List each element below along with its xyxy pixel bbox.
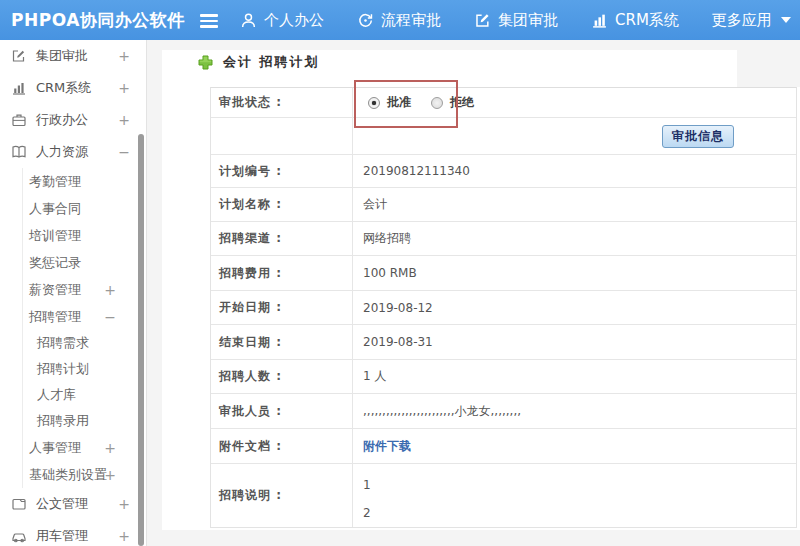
sidebar-item-hr[interactable]: 人力资源 − xyxy=(0,136,146,168)
expand-toggle[interactable]: + xyxy=(104,467,116,483)
field-label: 开始日期 : xyxy=(211,291,353,324)
sidebar-scrollbar[interactable] xyxy=(138,134,144,546)
sidebar-item-recruit-plan[interactable]: 招聘计划 xyxy=(22,356,146,382)
expand-toggle[interactable]: + xyxy=(118,496,130,512)
status-row: 审批状态 : 批准 拒绝 xyxy=(211,88,796,118)
car-icon xyxy=(11,528,27,544)
approval-status-radio-group: 批准 拒绝 xyxy=(368,94,474,111)
collapse-toggle[interactable]: − xyxy=(118,144,130,160)
sidebar-item-talent-pool[interactable]: 人才库 xyxy=(22,382,146,408)
field-value: 2019-08-31 xyxy=(353,325,796,359)
sidebar-item-recruit-hire[interactable]: 招聘录用 xyxy=(22,408,146,434)
page-title: 会计 招聘计划 xyxy=(198,53,320,71)
table-row: 审批人员 : ,,,,,,,,,,,,,,,,,,,,,,,,小龙女,,,,,,… xyxy=(211,394,796,429)
sidebar-item-crm[interactable]: CRM系统 + xyxy=(0,72,146,104)
field-value: 100 RMB xyxy=(353,256,796,290)
corner-spacer xyxy=(737,40,800,87)
field-label: 结束日期 : xyxy=(211,325,353,359)
sidebar: 集团审批 + CRM系统 + 行政办公 + 人力资源 − 考勤管理 人事合同 培… xyxy=(0,40,147,546)
expand-toggle[interactable]: + xyxy=(104,440,116,456)
sidebar-item-group-approval[interactable]: 集团审批 + xyxy=(0,40,146,72)
add-icon xyxy=(198,55,213,70)
main-content: 会计 招聘计划 审批状态 : 批准 拒绝 xyxy=(148,40,800,546)
field-value: 2019-08-12 xyxy=(353,291,796,324)
sidebar-item-admin-office[interactable]: 行政办公 + xyxy=(0,104,146,136)
field-label: 审批人员 : xyxy=(211,394,353,428)
nav-personal-office[interactable]: 个人办公 xyxy=(240,11,324,30)
nav-group-approval[interactable]: 集团审批 xyxy=(474,11,558,30)
edit-square-icon xyxy=(11,48,27,64)
sidebar-item-vehicle[interactable]: 用车管理 + xyxy=(0,520,146,546)
description-row: 招聘说明 : 1 2 xyxy=(211,464,796,527)
field-label: 审批状态 : xyxy=(211,88,353,117)
reject-radio-option[interactable]: 拒绝 xyxy=(431,94,474,111)
table-row: 招聘费用 : 100 RMB xyxy=(211,256,796,291)
bar-chart-icon xyxy=(591,12,608,29)
bar-chart-icon xyxy=(11,80,27,96)
collapse-toggle[interactable]: − xyxy=(104,309,116,325)
button-row: 审批信息 xyxy=(211,118,796,155)
sidebar-item-hr-contract[interactable]: 人事合同 xyxy=(22,195,146,222)
nav-crm-system[interactable]: CRM系统 xyxy=(591,11,679,30)
hamburger-menu-icon[interactable] xyxy=(200,11,220,29)
field-label: 附件文档 : xyxy=(211,429,353,463)
top-nav: 个人办公 流程审批 集团审批 CRM系统 更多应用 xyxy=(240,0,791,40)
recruit-plan-form: 审批状态 : 批准 拒绝 审批信息 xyxy=(210,87,797,528)
table-row: 开始日期 : 2019-08-12 xyxy=(211,291,796,325)
book-icon xyxy=(11,144,27,160)
folder-icon xyxy=(11,496,27,512)
sidebar-item-documents[interactable]: 公文管理 + xyxy=(0,488,146,520)
field-label: 招聘人数 : xyxy=(211,360,353,393)
field-value: 1 2 xyxy=(363,464,371,527)
expand-toggle[interactable]: + xyxy=(104,282,116,298)
attachment-row: 附件文档 : 附件下载 xyxy=(211,429,796,464)
field-label: 计划编号 : xyxy=(211,155,353,187)
nav-more-apps[interactable]: 更多应用 xyxy=(712,11,791,30)
approve-radio-option[interactable]: 批准 xyxy=(368,94,411,111)
sidebar-item-salary[interactable]: 薪资管理 + xyxy=(22,276,146,303)
field-label: 招聘渠道 : xyxy=(211,222,353,255)
sidebar-item-recruit-demand[interactable]: 招聘需求 xyxy=(22,330,146,356)
table-row: 计划编号 : 20190812111340 xyxy=(211,155,796,188)
sidebar-item-recruit-mgmt[interactable]: 招聘管理 − xyxy=(22,303,146,330)
field-label: 招聘费用 : xyxy=(211,256,353,290)
sidebar-item-base-category[interactable]: 基础类别设置 + xyxy=(22,461,146,488)
field-value: ,,,,,,,,,,,,,,,,,,,,,,,,小龙女,,,,,,,, xyxy=(353,394,796,428)
edit-icon xyxy=(474,12,491,29)
sidebar-item-training[interactable]: 培训管理 xyxy=(22,222,146,249)
user-icon xyxy=(240,12,257,29)
radio-unselected-icon[interactable] xyxy=(431,97,443,109)
top-header: PHPOA协同办公软件 个人办公 流程审批 集团审批 CRM系统 xyxy=(0,0,800,40)
field-value: 网络招聘 xyxy=(353,222,796,255)
cycle-icon xyxy=(357,12,374,29)
sidebar-item-attendance[interactable]: 考勤管理 xyxy=(22,168,146,195)
expand-toggle[interactable]: + xyxy=(118,528,130,544)
caret-down-icon xyxy=(781,17,791,23)
sidebar-item-personnel[interactable]: 人事管理 + xyxy=(22,434,146,461)
expand-toggle[interactable]: + xyxy=(118,80,130,96)
app-logo: PHPOA协同办公软件 xyxy=(0,9,185,32)
table-row: 结束日期 : 2019-08-31 xyxy=(211,325,796,360)
table-row: 招聘渠道 : 网络招聘 xyxy=(211,222,796,256)
briefcase-icon xyxy=(11,112,27,128)
approval-info-button[interactable]: 审批信息 xyxy=(662,125,734,148)
radio-selected-icon[interactable] xyxy=(368,97,380,109)
field-value: 20190812111340 xyxy=(353,155,796,187)
attachment-download-link[interactable]: 附件下载 xyxy=(363,438,411,455)
nav-workflow-approval[interactable]: 流程审批 xyxy=(357,11,441,30)
field-label: 招聘说明 : xyxy=(211,464,353,527)
expand-toggle[interactable]: + xyxy=(118,48,130,64)
field-label: 计划名称 : xyxy=(211,188,353,221)
expand-toggle[interactable]: + xyxy=(118,112,130,128)
field-value: 1 人 xyxy=(353,360,796,393)
field-value: 会计 xyxy=(353,188,796,221)
sidebar-item-rewards[interactable]: 奖惩记录 xyxy=(22,249,146,276)
table-row: 计划名称 : 会计 xyxy=(211,188,796,222)
table-row: 招聘人数 : 1 人 xyxy=(211,360,796,394)
